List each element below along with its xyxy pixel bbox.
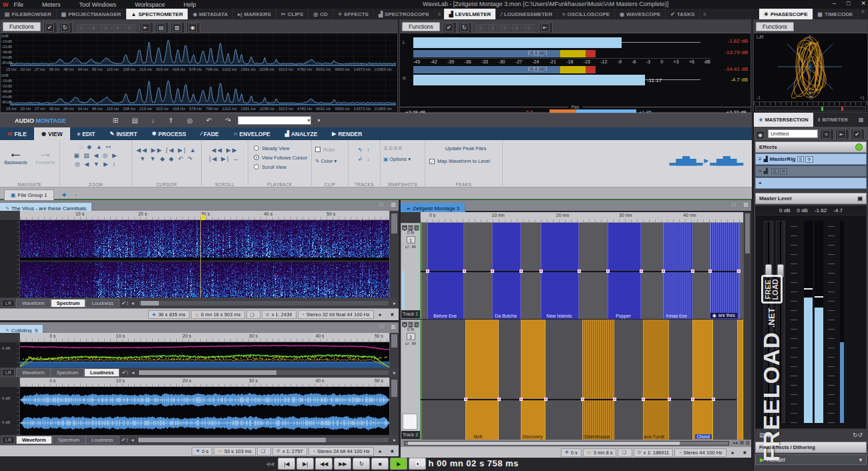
view-loudness[interactable]: Loudness	[84, 368, 120, 377]
update-peak-files-button[interactable]: Update Peak Files	[429, 145, 502, 151]
menu-item[interactable]: Meters	[42, 1, 70, 8]
window-icon[interactable]: □	[728, 201, 736, 207]
track-record-button[interactable]: R	[408, 322, 413, 327]
backwards-button[interactable]: ← Backwards	[4, 145, 27, 165]
ribbon-tab-fade[interactable]: ∕FADE	[194, 127, 226, 140]
virus-timeline-ruler[interactable]: 10 s20 s30 s40 s50 s	[20, 211, 389, 220]
radio-steady-view[interactable]: Steady View	[254, 144, 311, 153]
waveform-hscrollbar[interactable]	[138, 437, 389, 443]
scroll-icons-row[interactable]: ◀◀ ▶▶	[202, 146, 248, 155]
envelope-node[interactable]	[519, 270, 523, 273]
tool-icon[interactable]: ✔	[443, 22, 457, 33]
functions-menu[interactable]: Functions	[756, 22, 794, 31]
status-cursor-time[interactable]: ✚36 s 835 ms	[148, 310, 190, 319]
ribbon-tab-analyze[interactable]: ▟ANALYZE	[278, 127, 325, 140]
solo-button[interactable]: S	[797, 156, 805, 162]
tool-icon[interactable]: ↻	[458, 22, 472, 33]
view-waveform[interactable]: Waveform	[16, 368, 51, 377]
preset-combobox[interactable]: ▾	[238, 116, 311, 125]
envelope-node[interactable]	[708, 270, 712, 273]
envelope-node[interactable]	[491, 270, 494, 273]
master-icon[interactable]: ▤	[759, 432, 765, 438]
clip[interactable]	[737, 320, 743, 440]
tab-spectrometer[interactable]: ▲SPECTROMETER	[126, 9, 188, 19]
ribbon-tab-process[interactable]: ✱PROCESS	[144, 127, 193, 140]
clip[interactable]	[521, 320, 546, 440]
view-tool-icon[interactable]: ↕	[126, 437, 128, 443]
status-note[interactable]: ❑	[246, 310, 260, 319]
radio-scroll-view[interactable]: Scroll View	[254, 163, 311, 172]
snapshots-options-button[interactable]: ▣ Options ▾	[383, 156, 425, 162]
tab-phasescope[interactable]: ✳PHASESCOPE	[759, 9, 813, 19]
bypass-button[interactable]: ⊖	[805, 156, 813, 163]
montage-hscrollbar[interactable]	[404, 441, 729, 446]
tab-loudnessmeter[interactable]: ∕LOUDNESSMETER	[496, 9, 558, 19]
transport-play[interactable]: ▶	[390, 458, 407, 470]
transport-goto-end[interactable]: ▶|	[296, 458, 314, 470]
preset-button[interactable]: ②	[488, 24, 499, 33]
loudness-view[interactable]	[20, 342, 389, 368]
track2-content[interactable]: BettDiscoveryOsterstrasseava TundrChord	[421, 320, 743, 440]
fader-left[interactable]	[764, 221, 773, 423]
menu-item[interactable]: Tool Windows	[79, 1, 126, 8]
status-note[interactable]: ❑	[257, 447, 271, 456]
scroll-icons[interactable]: ◂ ▸ ▤ ▥	[732, 440, 750, 446]
tab-metadata[interactable]: ◆METADATA	[188, 9, 233, 19]
envelope-node[interactable]	[463, 270, 466, 273]
status-cursor-time[interactable]: ✚0 s	[192, 447, 212, 456]
toolbar-icon[interactable]: ↓	[148, 117, 158, 124]
envelope-node[interactable]	[539, 270, 543, 273]
view-tool-icon[interactable]: ✔	[122, 300, 126, 306]
favorite-icon[interactable]: ★	[740, 450, 749, 456]
ribbon-tab-insert[interactable]: ✎INSERT	[103, 127, 145, 140]
window-icon[interactable]: □	[376, 201, 383, 207]
tab-filebrowser[interactable]: ▤FILEBROWSER	[0, 9, 57, 19]
status-zoom[interactable]: ⊙x 1: 186911	[634, 448, 674, 457]
envelope-node[interactable]	[581, 398, 584, 401]
forwards-button[interactable]: → Forwards	[35, 145, 55, 165]
window-button[interactable]: –	[827, 0, 836, 7]
tab-effects[interactable]: ✧EFFECTS	[333, 9, 374, 19]
loudness-ruler[interactable]: 0 s10 s20 s30 s40 s50 s	[20, 333, 389, 342]
cursor-icons-row[interactable]: ◀◀ ▶▶ |◀ ▶| ▲	[132, 146, 201, 155]
clip[interactable]	[582, 320, 614, 440]
tab-levelmeter[interactable]: ▟LEVELMETER	[444, 9, 496, 19]
envelope-node[interactable]	[606, 270, 610, 273]
toolbar-icon[interactable]: ▤	[128, 117, 141, 124]
radio-view-follows-cursor[interactable]: View Follows Cursor	[254, 153, 311, 163]
envelope-node[interactable]	[578, 270, 581, 273]
status-note[interactable]: ❑	[618, 448, 632, 457]
ruler-checkbox[interactable]: Ruler	[315, 147, 348, 153]
master-tool-icon[interactable]: ✔	[851, 129, 865, 140]
transport-stop[interactable]: ■	[371, 458, 389, 470]
snapshot-preset[interactable]: ③	[393, 145, 397, 151]
clip[interactable]	[643, 320, 669, 440]
track-menu-button[interactable]: ▾	[402, 225, 407, 230]
envelope-node[interactable]	[662, 270, 665, 273]
ribbon-tab-view[interactable]: ◉VIEW	[34, 127, 70, 140]
clip[interactable]	[692, 320, 713, 440]
virus-hscrollbar[interactable]	[138, 300, 389, 306]
effects-header[interactable]: Effects	[755, 141, 867, 153]
tool-icon[interactable]: ◉	[186, 22, 200, 33]
toolbar-icon[interactable]: ⇑	[165, 117, 177, 124]
tab-spectroscope[interactable]: ▟SPECTROSCOPE	[374, 9, 435, 19]
master-tool-icon[interactable]: ≈	[820, 129, 834, 140]
file-group-tab[interactable]: ▣File Group 1	[4, 189, 54, 201]
preset-button[interactable]: ④	[512, 24, 523, 33]
tracks-icons-row[interactable]: ↰ ↑	[349, 146, 380, 155]
power-button[interactable]: ◉	[756, 131, 765, 139]
tool-icon[interactable]: ↻	[59, 22, 73, 33]
preset-button[interactable]: ④	[113, 24, 124, 33]
preset-button[interactable]: ⑤	[524, 24, 535, 33]
add-effect-button[interactable]: +	[755, 177, 867, 189]
view-spectrum[interactable]: Spectrum	[52, 436, 85, 444]
tool-icon[interactable]: ▤	[155, 22, 170, 33]
toolbar-icon[interactable]: ↶	[203, 117, 215, 124]
envelope-node[interactable]	[737, 270, 740, 273]
track-menu-button[interactable]: ▾	[402, 322, 407, 327]
view-waveform[interactable]: Waveform	[16, 436, 52, 444]
toolbar-icon[interactable]: ↷	[222, 117, 234, 124]
view-spectrum[interactable]: Spectrum	[51, 368, 84, 377]
window-icon[interactable]: ▥	[387, 324, 396, 330]
